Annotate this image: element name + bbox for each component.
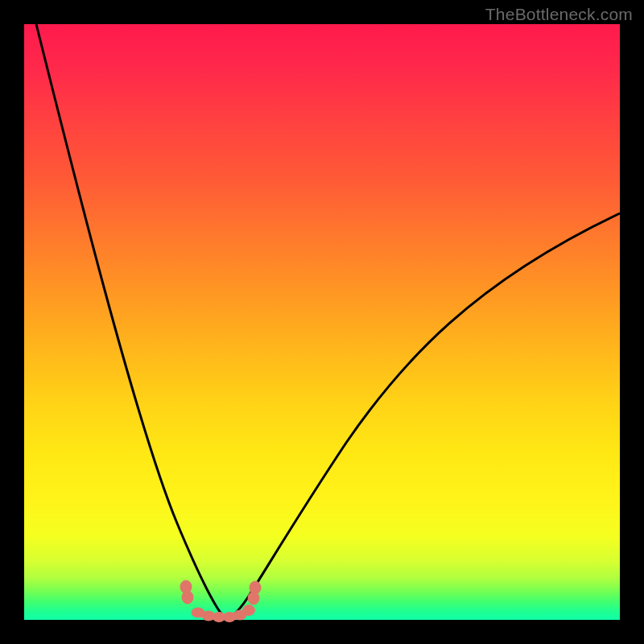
svg-point-1 <box>182 591 193 604</box>
svg-point-9 <box>250 581 261 594</box>
bottom-marks <box>180 580 261 622</box>
svg-point-7 <box>243 605 255 616</box>
curve-right <box>227 213 620 618</box>
curve-left <box>36 24 227 618</box>
chart-frame: TheBottleneck.com <box>0 0 644 644</box>
chart-lines <box>24 24 620 620</box>
watermark-text: TheBottleneck.com <box>485 5 633 24</box>
